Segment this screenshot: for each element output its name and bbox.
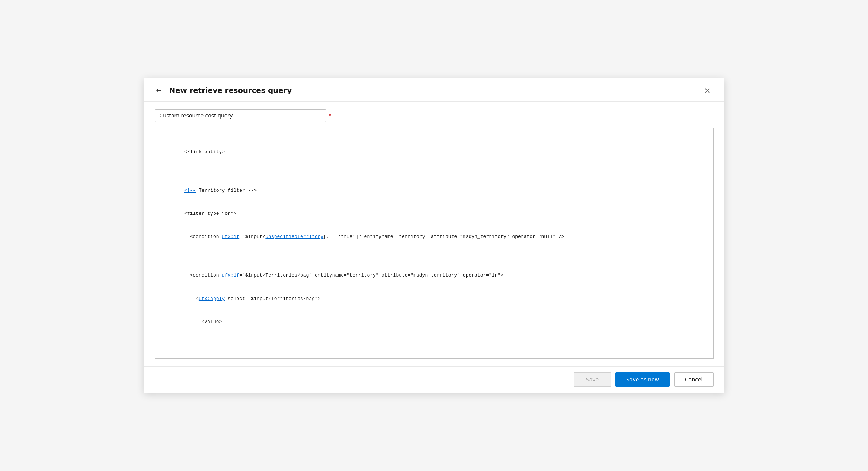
code-line: <value>	[161, 318, 707, 326]
code-editor-container: </link-entity> <!-- Territory filter -->…	[155, 128, 714, 359]
header-left: ← New retrieve resources query	[155, 86, 292, 95]
cancel-button[interactable]: Cancel	[674, 372, 713, 387]
code-editor[interactable]: </link-entity> <!-- Territory filter -->…	[155, 128, 713, 336]
save-as-new-button[interactable]: Save as new	[615, 372, 670, 387]
close-button[interactable]: ×	[701, 85, 714, 96]
code-line: <condition ufx:if="$input/Territories/ba…	[161, 272, 707, 280]
save-button[interactable]: Save	[574, 372, 611, 387]
dialog-title: New retrieve resources query	[169, 86, 292, 95]
code-line: </link-entity>	[161, 148, 707, 156]
code-line: <filter type="or">	[161, 210, 707, 218]
dialog-body: * </link-entity> <!-- Territory filter -…	[144, 102, 724, 366]
name-input-row: *	[155, 109, 714, 122]
dialog-footer: Save Save as new Cancel	[144, 366, 724, 393]
dialog-header: ← New retrieve resources query ×	[144, 78, 724, 102]
required-indicator: *	[329, 113, 331, 119]
code-line: <!-- Territory filter -->	[161, 187, 707, 195]
code-line: <condition ufx:if="$input/UnspecifiedTer…	[161, 233, 707, 241]
query-name-input[interactable]	[155, 109, 326, 122]
dialog-panel: ← New retrieve resources query × * </lin…	[144, 78, 724, 393]
code-line: <ufx:apply select="$input/Territories/ba…	[161, 295, 707, 303]
back-button[interactable]: ←	[155, 86, 163, 95]
